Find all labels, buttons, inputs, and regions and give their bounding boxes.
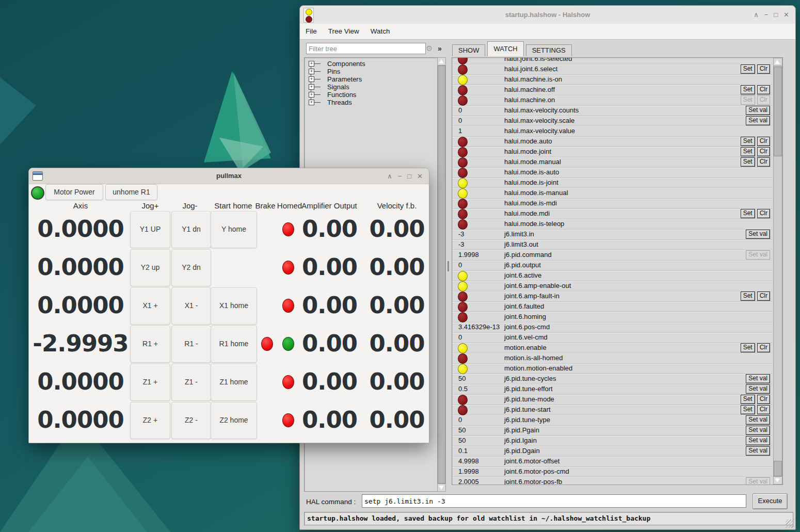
jog-minus-button[interactable]: Y1 dn: [171, 211, 211, 248]
watch-row: 1.9998j6.pid.commandSet val: [452, 250, 773, 261]
maximize-icon[interactable]: □: [407, 173, 411, 180]
watch-row-buttons: SetClr: [741, 343, 770, 352]
header-axis: Axis: [73, 201, 88, 210]
set-val-button[interactable]: Set val: [746, 116, 770, 125]
home-button[interactable]: Z1 home: [211, 364, 257, 401]
jog-minus-button[interactable]: R1 -: [171, 326, 211, 363]
scroll-up-icon[interactable]: [774, 58, 782, 66]
tree-item-components[interactable]: +Components: [305, 60, 437, 68]
watch-row-buttons: SetClr: [741, 292, 770, 301]
hal-command-input[interactable]: [362, 494, 746, 508]
set-val-button[interactable]: Set val: [746, 230, 770, 239]
close-icon[interactable]: ✕: [783, 11, 789, 18]
expand-plus-icon[interactable]: +: [309, 92, 314, 98]
expand-plus-icon[interactable]: +: [309, 84, 314, 90]
jog-minus-button[interactable]: Y2 dn: [171, 249, 211, 286]
jog-minus-button[interactable]: Z2 -: [171, 402, 211, 439]
halshow-titlebar[interactable]: startup.halshow - Halshow ∧ − □ ✕: [300, 6, 795, 24]
filter-tree-input[interactable]: [306, 43, 426, 54]
set-button[interactable]: Set: [741, 65, 755, 74]
jog-plus-button[interactable]: Y1 UP: [130, 211, 170, 248]
tab-show[interactable]: SHOW: [452, 44, 485, 56]
watch-scrollbar[interactable]: [773, 58, 782, 485]
set-button[interactable]: Set: [741, 209, 755, 218]
gear-icon[interactable]: ⚙: [426, 44, 433, 53]
set-button[interactable]: Set: [741, 85, 755, 94]
tab-watch[interactable]: WATCH: [487, 41, 523, 56]
home-button[interactable]: X1 home: [211, 287, 257, 325]
tree-item-threads[interactable]: +Threads: [305, 99, 437, 106]
shade-icon[interactable]: ∧: [754, 11, 759, 18]
set-val-button[interactable]: Set val: [746, 426, 770, 435]
shade-icon[interactable]: ∧: [387, 173, 392, 180]
set-val-button[interactable]: Set val: [746, 106, 770, 115]
scroll-down-icon[interactable]: [774, 476, 782, 484]
set-button[interactable]: Set: [741, 343, 755, 352]
set-val-button[interactable]: Set val: [746, 436, 770, 445]
jog-plus-button[interactable]: R1 +: [130, 326, 170, 363]
tree-scrollbar[interactable]: [437, 57, 446, 492]
clr-button[interactable]: Clr: [757, 147, 770, 156]
expand-plus-icon[interactable]: +: [309, 69, 314, 74]
minimize-icon[interactable]: −: [764, 11, 769, 18]
motor-power-button[interactable]: Motor Power: [45, 184, 103, 200]
tree-item-parameters[interactable]: +Parameters: [305, 75, 437, 83]
set-val-button[interactable]: Set val: [746, 374, 770, 383]
set-button[interactable]: Set: [741, 137, 755, 146]
home-button[interactable]: R1 home: [211, 326, 257, 363]
minimize-icon[interactable]: −: [398, 173, 402, 180]
set-button[interactable]: Set: [741, 147, 755, 156]
set-button[interactable]: Set: [741, 157, 755, 167]
led-red-icon: [458, 168, 468, 178]
jog-plus-button[interactable]: Z1 +: [130, 364, 170, 401]
unhome-r1-button[interactable]: unhome R1: [105, 184, 157, 200]
scrollbar-thumb[interactable]: [774, 67, 782, 156]
watch-pin-name: halui.mode.is-teleop: [504, 219, 564, 229]
expand-plus-icon[interactable]: +: [309, 76, 314, 82]
home-button[interactable]: Z2 home: [211, 402, 257, 439]
clr-button[interactable]: Clr: [757, 85, 770, 94]
close-icon[interactable]: ✕: [417, 173, 423, 180]
clr-button[interactable]: Clr: [757, 157, 770, 167]
jog-plus-button[interactable]: X1 +: [130, 287, 170, 325]
pullmax-titlebar[interactable]: pullmax ∧ − □ ✕: [29, 168, 429, 184]
clr-button[interactable]: Clr: [757, 292, 770, 301]
clr-button[interactable]: Clr: [757, 137, 770, 146]
menu-file[interactable]: File: [300, 27, 323, 35]
scroll-down-icon[interactable]: [438, 483, 445, 491]
clr-button[interactable]: Clr: [757, 209, 770, 218]
set-val-button[interactable]: Set val: [746, 415, 770, 425]
set-button[interactable]: Set: [741, 395, 755, 404]
execute-button[interactable]: Execute: [753, 493, 788, 509]
watch-row-buttons: Set val: [746, 230, 770, 239]
expand-plus-icon[interactable]: +: [309, 100, 314, 105]
clr-button[interactable]: Clr: [757, 343, 770, 352]
set-button[interactable]: Set: [741, 292, 755, 301]
home-button[interactable]: Y home: [211, 211, 257, 248]
resize-grip[interactable]: [786, 520, 794, 528]
scrollbar-thumb[interactable]: [774, 461, 782, 476]
led-red-icon: [458, 292, 468, 302]
expand-plus-icon[interactable]: +: [309, 61, 314, 67]
chevron-right-icon[interactable]: »: [438, 44, 442, 53]
tree-item-functions[interactable]: +Functions: [305, 91, 437, 99]
clr-button[interactable]: Clr: [757, 395, 770, 404]
set-val-button[interactable]: Set val: [746, 446, 770, 456]
menu-tree-view[interactable]: Tree View: [323, 27, 365, 35]
tab-settings[interactable]: SETTINGS: [526, 44, 572, 56]
set-val-button[interactable]: Set val: [746, 384, 770, 394]
tree-item-pins[interactable]: +Pins: [305, 68, 437, 75]
tree-item-signals[interactable]: +Signals: [305, 83, 437, 91]
scroll-up-icon[interactable]: [438, 58, 445, 66]
clr-button[interactable]: Clr: [757, 405, 770, 414]
jog-plus-button[interactable]: Y2 up: [130, 249, 170, 286]
jog-minus-button[interactable]: Z1 -: [171, 364, 211, 401]
set-button[interactable]: Set: [741, 405, 755, 414]
jog-plus-button[interactable]: Z2 +: [130, 402, 170, 439]
pane-sash-handle[interactable]: [447, 261, 449, 271]
scrollbar-thumb[interactable]: [438, 66, 445, 483]
clr-button[interactable]: Clr: [757, 65, 770, 74]
maximize-icon[interactable]: □: [774, 11, 778, 18]
jog-minus-button[interactable]: X1 -: [171, 287, 211, 325]
menu-watch[interactable]: Watch: [365, 27, 396, 35]
